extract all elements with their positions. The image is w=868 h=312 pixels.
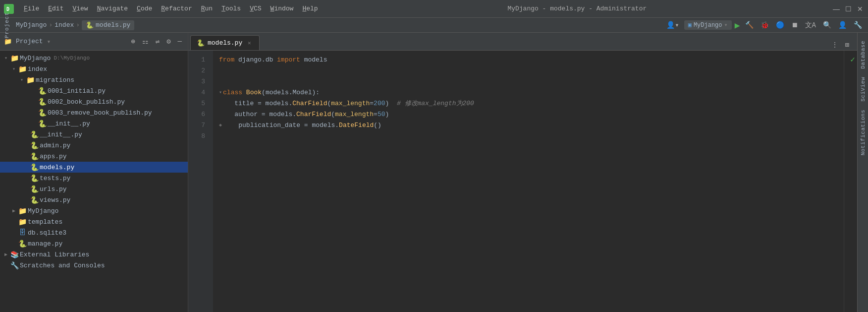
vertical-tab-sciview[interactable]: SciView <box>859 73 868 106</box>
tab-close-button[interactable]: ✕ <box>245 39 253 47</box>
toolbar-right: 👤▾ ▣ MyDjango ▾ ▶ 🔨 🐞 🔵 ⏹ 文A 🔍 👤 🔧 <box>664 20 864 31</box>
close-button[interactable]: ✕ <box>856 5 864 13</box>
tree-item-init-migrations[interactable]: 🐍 __init__.py <box>0 118 188 129</box>
folder-icon-mydjango: 📁 <box>10 54 19 62</box>
tree-item-templates[interactable]: 📁 templates <box>0 216 188 227</box>
menu-window[interactable]: Window <box>267 3 298 14</box>
comment-1: # 修改max_length为200 <box>397 99 474 109</box>
run-config-chevron: ▾ <box>724 21 728 29</box>
tree-item-scratches[interactable]: 🔧 Scratches and Consoles <box>0 260 188 271</box>
menu-vcs[interactable]: VCS <box>246 3 265 14</box>
hide-icon[interactable]: — <box>176 36 184 47</box>
gear-icon[interactable]: ⚙ <box>164 36 172 47</box>
tree-item-urls[interactable]: 🐍 urls.py <box>0 184 188 194</box>
debug-button[interactable]: 🐞 <box>759 20 771 30</box>
py-icon-views: 🐍 <box>30 196 39 204</box>
tree-item-0003[interactable]: 🐍 0003_remove_book_publish.py <box>0 107 188 118</box>
breadcrumb-file[interactable]: 🐍 models.py <box>82 20 134 30</box>
add-icon[interactable]: ⊕ <box>129 36 137 47</box>
tree-label-tests: tests.py <box>40 175 70 182</box>
py-icon-init-mig: 🐍 <box>38 120 47 128</box>
menu-navigate[interactable]: Navigate <box>93 3 132 14</box>
stop-button[interactable]: ⏹ <box>789 20 800 30</box>
run-config-icon: ▣ <box>688 21 692 29</box>
tree-item-init-index[interactable]: 🐍 __init__.py <box>0 129 188 140</box>
maximize-button[interactable]: ☐ <box>844 5 852 13</box>
tree-label-init-mig: __init__.py <box>48 120 90 127</box>
db-icon: 🗄 <box>18 229 27 237</box>
tree-item-mydjango-root[interactable]: ▾ 📁 MyDjango D:\MyDjango <box>0 53 188 63</box>
arrow-index: ▾ <box>10 66 18 72</box>
breadcrumb-project[interactable]: MyDjango <box>16 21 47 29</box>
menu-edit[interactable]: Edit <box>44 3 67 14</box>
line-numbers: 1 2 3 4 5 6 7 8 <box>188 51 213 312</box>
tab-models-py[interactable]: 🐍 models.py ✕ <box>190 35 260 50</box>
tree-item-tests[interactable]: 🐍 tests.py <box>0 173 188 184</box>
vertical-tab-notifications[interactable]: Notifications <box>859 106 868 159</box>
profile-button[interactable]: 👤 <box>836 20 849 30</box>
sidebar-header-icons: ⊕ ⚏ ⇌ ⚙ — <box>129 36 184 47</box>
menu-refactor[interactable]: Refactor <box>157 3 196 14</box>
vertical-tab-database[interactable]: Database <box>859 37 868 73</box>
coverage-button[interactable]: 🔵 <box>774 20 786 30</box>
search-button[interactable]: 🔍 <box>821 20 833 30</box>
line-num-3: 3 <box>188 76 209 87</box>
tab-bar-menu-icon[interactable]: ⋮ <box>829 40 840 50</box>
settings-button[interactable]: 🔧 <box>852 20 864 30</box>
menu-help[interactable]: Help <box>298 3 322 14</box>
menu-file[interactable]: File <box>20 3 43 14</box>
code-line-7: ◈ publication_date = models. DateField (… <box>219 120 840 131</box>
param-max-length-1: max_length <box>331 99 370 109</box>
tree-item-mydjango-sub[interactable]: ▶ 📁 MyDjango <box>0 205 188 216</box>
run-button[interactable]: ▶ <box>735 20 740 31</box>
minimize-button[interactable]: — <box>832 5 840 13</box>
tree-item-db[interactable]: 🗄 db.sqlite3 <box>0 227 188 238</box>
num-200: 200 <box>374 99 385 109</box>
py-icon-models: 🐍 <box>30 163 39 172</box>
lib-icon: 📚 <box>10 250 19 259</box>
tree-item-0001[interactable]: 🐍 0001_initial.py <box>0 85 188 96</box>
tree-label-scratches: Scratches and Consoles <box>20 262 105 269</box>
tree-item-admin[interactable]: 🐍 admin.py <box>0 140 188 151</box>
user-icon[interactable]: 👤▾ <box>664 20 681 30</box>
tree-label-0003: 0003_remove_book_publish.py <box>48 109 152 117</box>
menu-view[interactable]: View <box>68 3 92 14</box>
editor-area: 🐍 models.py ✕ ⋮ ⊞ 1 2 3 4 5 6 7 8 <box>188 33 857 312</box>
project-panel-label[interactable]: Project <box>4 12 10 38</box>
breadcrumb-filename: models.py <box>96 21 130 29</box>
tree-label-db: db.sqlite3 <box>28 229 66 237</box>
tree-item-apps[interactable]: 🐍 apps.py <box>0 151 188 162</box>
tree-label-index: index <box>28 65 47 73</box>
menu-bar: File Edit View Navigate Code Refactor Ru… <box>20 3 322 14</box>
menu-run[interactable]: Run <box>197 3 217 14</box>
scroll-to-source-icon[interactable]: ⇌ <box>154 36 162 47</box>
sidebar-chevron[interactable]: ▾ <box>47 38 51 46</box>
py-icon-admin: 🐍 <box>30 141 39 150</box>
arrow-mydjango-sub: ▶ <box>10 208 18 214</box>
kw-import: import <box>277 55 300 65</box>
tree-item-views[interactable]: 🐍 views.py <box>0 194 188 205</box>
tree-item-index[interactable]: ▾ 📁 index <box>0 63 188 74</box>
build-button[interactable]: 🔨 <box>743 20 756 30</box>
param-max-length-2: max_length <box>335 110 374 120</box>
tree-item-models[interactable]: 🐍 models.py <box>0 162 188 173</box>
folder-icon-mydjango-sub: 📁 <box>18 207 27 215</box>
run-config[interactable]: ▣ MyDjango ▾ <box>684 20 732 30</box>
breadcrumb-folder[interactable]: index <box>54 21 74 29</box>
charfield-1: CharField <box>292 99 327 109</box>
collapse-all-icon[interactable]: ⚏ <box>140 36 151 47</box>
tab-bar-expand-icon[interactable]: ⊞ <box>843 40 851 50</box>
tree-label-manage: manage.py <box>28 240 62 248</box>
tree-label-views: views.py <box>40 196 70 204</box>
translate-button[interactable]: 文A <box>803 20 818 31</box>
tree-item-manage[interactable]: 🐍 manage.py <box>0 238 188 249</box>
code-editor[interactable]: from django.db import models ▾ class Boo… <box>213 51 844 312</box>
tree-item-0002[interactable]: 🐍 0002_book_publish.py <box>0 96 188 107</box>
menu-tools[interactable]: Tools <box>217 3 245 14</box>
folder-icon-templates: 📁 <box>18 218 27 226</box>
tree-item-ext-libs[interactable]: ▶ 📚 External Libraries <box>0 249 188 260</box>
py-icon-manage: 🐍 <box>18 240 27 248</box>
editor-gutter-right: ✓ <box>844 51 857 312</box>
tree-item-migrations[interactable]: ▾ 📁 migrations <box>0 74 188 85</box>
menu-code[interactable]: Code <box>133 3 156 14</box>
